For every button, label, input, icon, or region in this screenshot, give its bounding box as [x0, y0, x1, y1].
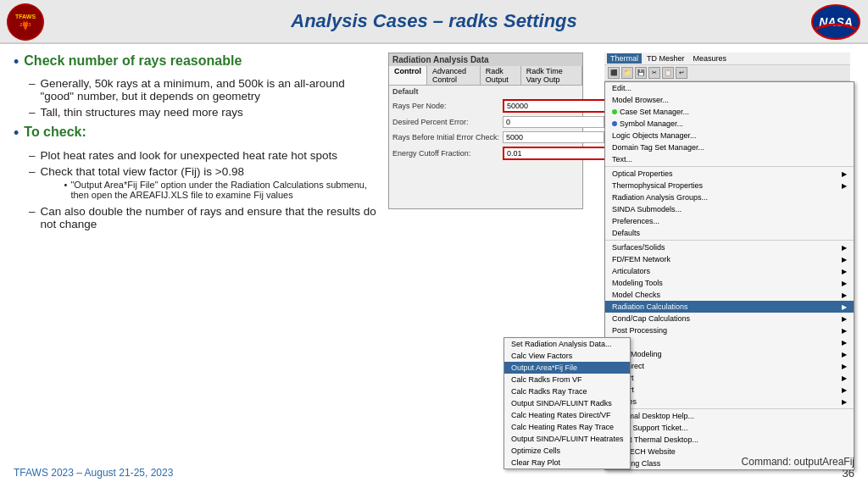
menu-fluid[interactable]: Fluid Modeling▶: [605, 348, 854, 360]
submenu-clear-ray[interactable]: Clear Ray Plot: [504, 457, 630, 469]
input-cutoff[interactable]: [503, 147, 606, 160]
toolbar-btn-2[interactable]: 📁: [621, 67, 633, 79]
sw-menu-thermal[interactable]: Thermal: [607, 53, 642, 64]
dot-green: [612, 109, 617, 114]
toolbar-btn-3[interactable]: 💾: [635, 67, 647, 79]
menu-case-set-manager[interactable]: Case Set Manager...: [605, 106, 854, 118]
arrow-model: ▶: [842, 280, 847, 287]
submenu-calc-vf[interactable]: Calc View Factors: [504, 350, 630, 362]
menu-td-direct[interactable]: TD Direct▶: [605, 360, 854, 372]
submenu-calc-radks-ray[interactable]: Calc Radks Ray Trace: [504, 385, 630, 397]
submenu-output-sinda-heat[interactable]: Output SINDA/FLUINT Heatrates: [504, 433, 630, 445]
menu-orbit[interactable]: Orbit▶: [605, 336, 854, 348]
toolbar-btn-5[interactable]: 📋: [662, 67, 674, 79]
menu-thermophysical[interactable]: Thermophysical Properties▶: [605, 180, 854, 191]
toolbar-btn-6[interactable]: ↩: [676, 67, 687, 79]
header: TFAWS 2023 Analysis Cases – radks Settin…: [0, 0, 868, 44]
sub-bullet-1-2-text: Tall, thin structures may need more rays: [41, 106, 243, 119]
sub-bullet-2-2: – Check that total view factor (Fij) is …: [29, 165, 378, 202]
tab-radk-output[interactable]: Radk Output: [481, 66, 521, 85]
sub-sub-text: "Output Area*Fij File" option under the …: [70, 180, 378, 200]
logo-left: TFAWS 2023: [7, 3, 44, 41]
submenu-calc-heating-direct[interactable]: Calc Heating Rates Direct/VF: [504, 409, 630, 421]
arrow-art: ▶: [842, 268, 847, 275]
toolbar-btn-4[interactable]: ✂: [648, 67, 660, 79]
menu-cond-cap[interactable]: Cond/Cap Calculations▶: [605, 313, 854, 324]
menu-text[interactable]: Text...: [605, 153, 854, 165]
arrow-checks: ▶: [842, 291, 847, 299]
menu-rad-groups[interactable]: Radiation Analysis Groups...: [605, 191, 854, 203]
arrow-post: ▶: [842, 327, 847, 335]
sw-menu-tdmesher[interactable]: TD Mesher: [643, 53, 688, 64]
menu-support[interactable]: Open Support Ticket...: [605, 422, 854, 434]
submenu-calc-heating-ray[interactable]: Calc Heating Rates Ray Trace: [504, 421, 630, 433]
input-rays-per-node[interactable]: [503, 99, 606, 113]
sw-menubar: Thermal TD Mesher Measures: [604, 53, 850, 65]
arrow-fd-fem: ▶: [842, 256, 847, 263]
menu-articulators[interactable]: Articulators▶: [605, 265, 854, 277]
menu-domain-tag[interactable]: Domain Tag Set Manager...: [605, 141, 854, 153]
sw-menu-measures[interactable]: Measures: [690, 53, 731, 64]
arrow-optical: ▶: [842, 170, 847, 178]
sub-bullet-1-1-text: Generally, 50k rays at a minimum, and 50…: [41, 77, 378, 103]
tab-advanced-control[interactable]: Advanced Control: [427, 66, 481, 85]
menu-model-browser[interactable]: Model Browser...: [605, 94, 854, 106]
arrow-surfaces: ▶: [842, 244, 847, 252]
left-logo-circle: TFAWS 2023: [7, 3, 44, 41]
svg-text:TFAWS: TFAWS: [15, 14, 36, 19]
menu-post-processing[interactable]: Post Processing▶: [605, 324, 854, 336]
arrow-util: ▶: [842, 398, 847, 406]
menu-sinda[interactable]: SINDA Submodels...: [605, 203, 854, 215]
input-percent-error[interactable]: [503, 116, 604, 128]
screenshot: Radiation Analysis Data Control Advanced…: [388, 53, 854, 452]
menu-import[interactable]: Import▶: [605, 372, 854, 384]
submenu-output-areafij[interactable]: Output Area*Fij File: [504, 362, 630, 374]
submenu-output-sinda-radks[interactable]: Output SINDA/FLUINT Radks: [504, 397, 630, 409]
menu-prefs[interactable]: Preferences...: [605, 215, 854, 227]
submenu-optimize[interactable]: Optimize Cells: [504, 445, 630, 457]
menu-td-help[interactable]: Thermal Desktop Help...: [605, 410, 854, 422]
bullet-2-subs: – Plot heat rates and look for unexpecte…: [29, 149, 378, 230]
menu-symbol-manager[interactable]: Symbol Manager...: [605, 118, 854, 130]
bullet-1-subs: – Generally, 50k rays at a minimum, and …: [29, 77, 378, 119]
menu-defaults[interactable]: Defaults: [605, 227, 854, 239]
command-text: Command: outputAreaFij: [742, 456, 854, 468]
menu-rad-calculations[interactable]: Radiation Calculations▶: [605, 301, 854, 313]
menu-surfaces[interactable]: Surfaces/Solids▶: [605, 241, 854, 253]
submenu-set-rad-data[interactable]: Set Radiation Analysis Data...: [504, 338, 630, 350]
rad-row-percent-error: Desired Percent Error: %: [389, 114, 582, 130]
bullet-1-text: Check number of rays reasonable: [24, 53, 242, 70]
menu-modeling-tools[interactable]: Modeling Tools▶: [605, 277, 854, 289]
menu-about[interactable]: About Thermal Desktop...: [605, 434, 854, 446]
menu-fd-fem[interactable]: FD/FEM Network▶: [605, 253, 854, 265]
label-initial-error: Rays Before Initial Error Check:: [392, 133, 503, 141]
sub-bullet-2-3: – Can also double the number of rays and…: [29, 205, 378, 230]
menu-utilities[interactable]: Utilities▶: [605, 396, 854, 408]
rad-section-default: Default: [389, 86, 582, 97]
divider-1: [605, 166, 854, 167]
nasa-logo: NASA: [810, 3, 861, 41]
sub-bullet-1-2: – Tall, thin structures may need more ra…: [29, 106, 378, 119]
sub-bullet-2-1-text: Plot heat rates and look for unexpected …: [41, 149, 337, 162]
rad-row-cutoff: Energy Cutoff Fraction:: [389, 145, 582, 162]
menu-edit[interactable]: Edit...: [605, 82, 854, 94]
bullet-2-text: To check:: [24, 124, 86, 141]
menu-logic-objects[interactable]: Logic Objects Manager...: [605, 130, 854, 141]
page-title: Analysis Cases – radks Settings: [291, 10, 577, 32]
menu-export[interactable]: Export▶: [605, 384, 854, 396]
label-rays-per-node: Rays Per Node:: [392, 102, 503, 110]
tab-radk-time-vary[interactable]: Radk Time Vary Outp: [521, 66, 582, 85]
divider-2: [605, 240, 854, 241]
toolbar-btn-1[interactable]: ⬛: [608, 67, 620, 79]
sub-bullet-1-1: – Generally, 50k rays at a minimum, and …: [29, 77, 378, 103]
input-initial-error[interactable]: [503, 131, 604, 143]
menu-optical[interactable]: Optical Properties▶: [605, 168, 854, 180]
right-column: Radiation Analysis Data Control Advanced…: [388, 53, 854, 452]
menu-model-checks[interactable]: Model Checks▶: [605, 289, 854, 301]
submenu-calc-radks-vf[interactable]: Calc Radks From VF: [504, 374, 630, 385]
tab-control[interactable]: Control: [389, 66, 427, 85]
arrow-import: ▶: [842, 374, 847, 382]
bullet-dot-1: •: [14, 53, 19, 72]
rad-row-rays-per-node: Rays Per Node:: [389, 97, 582, 114]
arrow-orbit: ▶: [842, 339, 847, 347]
